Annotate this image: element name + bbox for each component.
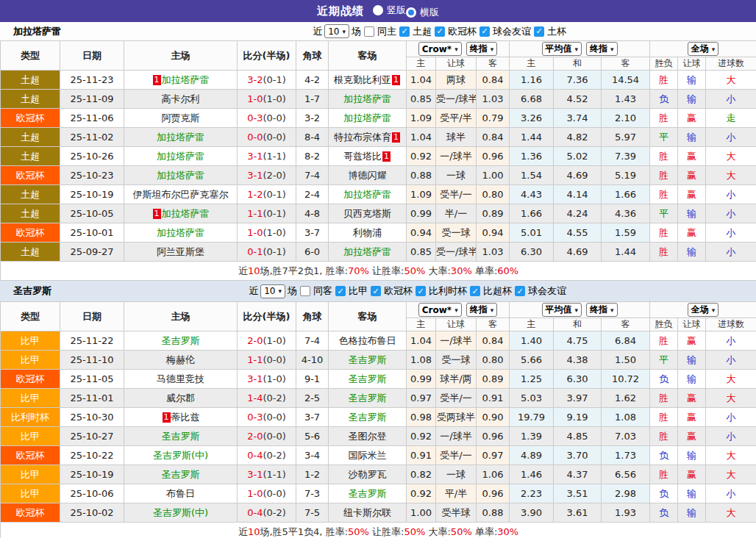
away-team[interactable]: 哥兹塔比1 (329, 147, 407, 166)
odds-home: 0.99 (407, 370, 436, 389)
away-team[interactable]: 圣吉罗斯 (329, 389, 407, 408)
away-team[interactable]: 色格拉布鲁日 (329, 331, 407, 351)
away-team[interactable]: 圣吉罗斯 (329, 408, 407, 427)
halftime-score: (0-2) (263, 507, 285, 518)
away-team[interactable]: 圣吉罗斯 (329, 351, 407, 370)
col-date: 日期 (60, 302, 124, 331)
league-checkbox[interactable]: ✓ (470, 286, 480, 296)
score: 3-1(1-0) (238, 370, 296, 389)
away-team[interactable]: 加拉塔萨雷 (329, 109, 407, 128)
final-odds-dropdown-2[interactable]: 终指▾ (586, 303, 618, 317)
average-dropdown[interactable]: 平均值▾ (542, 42, 582, 56)
fullmatch-dropdown[interactable]: 全场▾ (688, 303, 719, 317)
corner-score: 4-10 (296, 351, 329, 370)
home-team[interactable]: 加拉塔萨雷 (124, 166, 238, 185)
corner-score: 2-5 (296, 389, 329, 408)
away-team[interactable]: 加拉塔萨雷 (329, 243, 407, 262)
away-team[interactable]: 圣图尔登 (329, 427, 407, 446)
score: 1-2(0-1) (238, 185, 296, 204)
halftime-score: (1-1) (263, 469, 285, 480)
odds-away: 0.84 (477, 128, 510, 147)
result-win: 负 (650, 446, 678, 465)
avg-draw: 7.36 (554, 71, 602, 90)
avg-home: 1.46 (510, 465, 554, 484)
away-team[interactable]: 特拉布宗体育1 (329, 128, 407, 147)
final-odds-dropdown[interactable]: 终指▾ (466, 42, 498, 56)
league-checkbox[interactable]: ✓ (371, 286, 381, 296)
same-venue-checkbox[interactable] (364, 26, 374, 37)
away-team[interactable]: 根克勤比利亚1 (329, 71, 407, 90)
away-team[interactable]: 沙勒罗瓦 (329, 465, 407, 484)
league-checkbox[interactable]: ✓ (435, 26, 445, 37)
match-count-dropdown[interactable]: 10▾ (324, 24, 349, 38)
final-odds-dropdown[interactable]: 终指▾ (466, 303, 498, 317)
home-team[interactable]: 1加拉塔萨雷 (124, 71, 238, 90)
league-checkbox[interactable]: ✓ (335, 286, 346, 296)
home-team[interactable]: 马德里竞技 (124, 370, 238, 389)
match-count-dropdown[interactable]: 10▾ (260, 284, 285, 298)
radio-icon[interactable] (406, 7, 416, 18)
fulltime-score: 0-1 (247, 246, 263, 257)
home-team[interactable]: 阿贾克斯 (124, 109, 238, 128)
fulltime-score: 3-2 (247, 74, 263, 85)
odds-home: 1.09 (407, 109, 436, 128)
home-team[interactable]: 1蒂比兹 (124, 408, 238, 427)
match-date: 25-10-22 (60, 446, 124, 465)
fullmatch-dropdown[interactable]: 全场▾ (688, 42, 719, 56)
home-team[interactable]: 圣吉罗斯(中) (124, 446, 238, 465)
away-team[interactable]: 国际米兰 (329, 446, 407, 465)
away-team-name: 沙勒罗瓦 (349, 469, 387, 480)
odds-company-dropdown[interactable]: Crow*▾ (418, 303, 462, 317)
home-team[interactable]: 阿兰亚斯堡 (124, 243, 238, 262)
avg-draw: 3.61 (554, 503, 602, 523)
average-dropdown[interactable]: 平均值▾ (542, 303, 582, 317)
away-team[interactable]: 纽卡斯尔联 (329, 503, 407, 523)
league-checkbox[interactable]: ✓ (399, 26, 410, 37)
odds-home: 0.98 (407, 408, 436, 427)
league-label: 比利时杯 (429, 284, 467, 298)
final-odds-dropdown-2[interactable]: 终指▾ (586, 42, 618, 56)
avg-home: 3.90 (510, 503, 554, 523)
home-team[interactable]: 加拉塔萨雷 (124, 223, 238, 243)
result-win: 平 (650, 128, 678, 147)
halftime-score: (0-0) (263, 488, 285, 499)
home-team[interactable]: 伊斯坦布尔巴萨克塞尔 (124, 185, 238, 204)
fulltime-score: 1-1 (247, 208, 263, 219)
away-team[interactable]: 圣吉罗斯 (329, 484, 407, 503)
odds-company-dropdown[interactable]: Crow*▾ (418, 42, 462, 56)
home-team[interactable]: 加拉塔萨雷 (124, 147, 238, 166)
home-team[interactable]: 加拉塔萨雷 (124, 128, 238, 147)
corner-score: 4-8 (296, 204, 329, 223)
league-checkbox[interactable]: ✓ (416, 286, 426, 296)
home-team[interactable]: 圣吉罗斯(中) (124, 503, 238, 523)
away-team[interactable]: 加拉塔萨雷 (329, 90, 407, 109)
away-team[interactable]: 博德闪耀 (329, 166, 407, 185)
home-team[interactable]: 威尔郡 (124, 389, 238, 408)
away-team-name: 国际米兰 (349, 450, 387, 461)
home-team[interactable]: 高卡尔利 (124, 90, 238, 109)
league-checkbox[interactable]: ✓ (479, 26, 490, 37)
away-team[interactable]: 圣吉罗斯 (329, 370, 407, 389)
corner-score: 2-4 (296, 185, 329, 204)
layout-radio-option[interactable]: 横版 (406, 6, 439, 19)
summary-segment: 让胜率: (369, 526, 404, 537)
layout-radio-option[interactable]: 竖版 (373, 4, 406, 17)
handicap: 受一/球半 (436, 243, 477, 262)
away-team[interactable]: 贝西克塔斯 (329, 204, 407, 223)
corner-score: 3-2 (296, 109, 329, 128)
radio-icon[interactable] (373, 5, 383, 15)
same-venue-checkbox[interactable] (300, 286, 310, 296)
home-team[interactable]: 圣吉罗斯 (124, 427, 238, 446)
away-team[interactable]: 加拉塔萨雷 (329, 185, 407, 204)
avg-home: 1.16 (510, 71, 554, 90)
league-checkbox[interactable]: ✓ (515, 286, 525, 296)
home-team[interactable]: 圣吉罗斯 (124, 465, 238, 484)
home-team[interactable]: 布鲁日 (124, 484, 238, 503)
radio-label: 竖版 (387, 4, 406, 17)
summary-segment: 场,胜7平2负1, 胜率: (260, 265, 348, 276)
home-team[interactable]: 梅赫伦 (124, 351, 238, 370)
home-team[interactable]: 1加拉塔萨雷 (124, 204, 238, 223)
home-team[interactable]: 圣吉罗斯 (124, 331, 238, 351)
away-team[interactable]: 利物浦 (329, 223, 407, 243)
league-checkbox[interactable]: ✓ (534, 26, 544, 37)
